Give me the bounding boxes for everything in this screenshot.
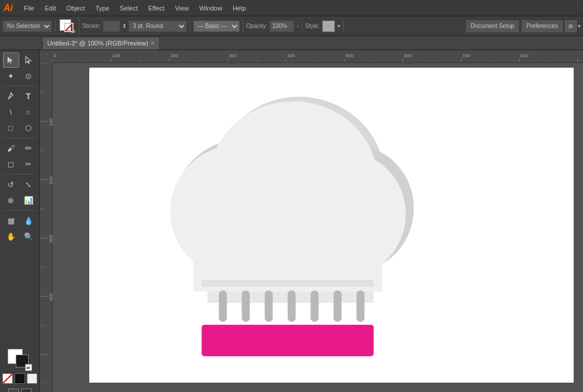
- hat-pink-band: [202, 325, 374, 356]
- canvas-area[interactable]: ruler ticks 0 100 200 300 400: [40, 50, 583, 392]
- select-tool[interactable]: [3, 52, 19, 68]
- svg-rect-55: [242, 290, 250, 322]
- svg-text:800: 800: [521, 53, 529, 58]
- svg-text:200: 200: [170, 53, 179, 58]
- hat-main-group: [170, 102, 406, 303]
- scissors-tool[interactable]: ✂: [20, 156, 37, 172]
- divider-4: [4, 210, 36, 211]
- ellipse-tool[interactable]: ○: [20, 104, 37, 120]
- svg-rect-58: [310, 290, 319, 322]
- swap-colors-icon[interactable]: ⇄: [25, 364, 32, 371]
- svg-rect-54: [219, 290, 227, 322]
- swap-icon[interactable]: ⇄: [71, 29, 76, 34]
- svg-text:400: 400: [287, 53, 295, 58]
- svg-rect-56: [265, 290, 273, 322]
- divider-2: [4, 138, 36, 138]
- black-swatch[interactable]: [15, 373, 25, 384]
- menu-file[interactable]: File: [20, 4, 39, 13]
- menu-bar: Ai File Edit Object Type Select Effect V…: [0, 0, 583, 16]
- vertical-ruler: 100 200 300 400: [40, 63, 53, 392]
- pencil-tool[interactable]: ✏: [20, 141, 37, 156]
- options-toolbar: No Selection ⇄ Stroke: ⬍ 3 pt. Round — B…: [0, 16, 583, 36]
- stroke-type-select[interactable]: 3 pt. Round: [128, 20, 187, 32]
- document-setup-button[interactable]: Document Setup: [466, 20, 520, 33]
- line-tool[interactable]: \: [3, 104, 19, 120]
- svg-text:300: 300: [229, 53, 237, 58]
- white-swatch[interactable]: [27, 373, 37, 384]
- quick-swatches: [2, 373, 37, 384]
- brush-select[interactable]: — Basic —: [193, 20, 240, 32]
- main-area: ✦ ⊙ T \ ○ □ ⬡ 🖌 ✏ ◻ ✂ ↺ ⤡: [0, 50, 583, 392]
- ruler-corner: [40, 50, 53, 63]
- eyedropper-tool[interactable]: 💧: [20, 213, 37, 228]
- menu-select[interactable]: Select: [116, 4, 142, 13]
- pen-tool[interactable]: [3, 89, 19, 104]
- rect-tool[interactable]: □: [3, 120, 19, 135]
- doc-tab-title: Untitled-3* @ 100% (RGB/Preview): [47, 40, 148, 47]
- menu-help[interactable]: Help: [229, 4, 250, 13]
- menu-object[interactable]: Object: [62, 4, 89, 13]
- preferences-button[interactable]: Preferences: [521, 20, 563, 33]
- stroke-width-input[interactable]: [103, 20, 120, 32]
- stroke-up-down[interactable]: ⬍: [122, 23, 127, 29]
- divider-1: [4, 86, 36, 86]
- menu-window[interactable]: Window: [196, 4, 226, 13]
- rotate-tool[interactable]: ↺: [3, 177, 19, 192]
- opacity-label: Opacity:: [246, 23, 268, 29]
- style-swatch[interactable]: [322, 20, 335, 32]
- tab-bar: Untitled-3* @ 100% (RGB/Preview) ×: [0, 36, 583, 50]
- svg-text:600: 600: [404, 53, 412, 58]
- magic-wand-tool[interactable]: ✦: [3, 68, 19, 83]
- stroke-label: Stroke:: [82, 23, 101, 29]
- chef-hat-illustration: [133, 85, 437, 392]
- lasso-tool[interactable]: ⊙: [20, 68, 37, 83]
- menu-type[interactable]: Type: [92, 4, 114, 13]
- style-label: Style:: [305, 23, 320, 29]
- opacity-arrow[interactable]: ›: [296, 23, 298, 29]
- svg-rect-57: [288, 290, 296, 322]
- svg-text:500: 500: [345, 53, 354, 58]
- column-graph-tool[interactable]: 📊: [20, 192, 37, 208]
- arrange-arrow[interactable]: ▾: [578, 23, 581, 29]
- screen-mode-icon[interactable]: [21, 388, 32, 392]
- polygon-tool[interactable]: ⬡: [20, 120, 37, 135]
- zoom-tool[interactable]: 🔍: [20, 229, 37, 244]
- selection-dropdown[interactable]: No Selection: [2, 20, 52, 32]
- menu-edit[interactable]: Edit: [41, 4, 60, 13]
- hand-tool[interactable]: ✋: [3, 229, 19, 244]
- paintbrush-tool[interactable]: 🖌: [3, 141, 19, 156]
- menu-view[interactable]: View: [171, 4, 193, 13]
- svg-rect-59: [334, 290, 342, 322]
- opacity-input[interactable]: [270, 20, 294, 32]
- blend-tool[interactable]: ⊗: [3, 192, 19, 208]
- gradient-tool[interactable]: ▦: [3, 213, 19, 228]
- tab-close-button[interactable]: ×: [151, 39, 155, 47]
- eraser-tool[interactable]: ◻: [3, 156, 19, 172]
- type-tool[interactable]: T: [20, 89, 37, 104]
- side-toolbar: ✦ ⊙ T \ ○ □ ⬡ 🖌 ✏ ◻ ✂ ↺ ⤡: [0, 50, 40, 392]
- svg-text:100: 100: [48, 118, 53, 126]
- normal-mode-icon[interactable]: [8, 388, 19, 392]
- mode-icons: [8, 388, 32, 392]
- svg-text:700: 700: [462, 53, 470, 58]
- fill-stroke-swatches: ⇄: [8, 349, 32, 371]
- document-tab[interactable]: Untitled-3* @ 100% (RGB/Preview) ×: [42, 37, 160, 50]
- none-swatch[interactable]: [2, 373, 13, 384]
- fill-stroke-widget[interactable]: ⇄: [58, 18, 76, 34]
- arrange-icon[interactable]: ⊞: [565, 20, 577, 32]
- divider-3: [4, 174, 36, 174]
- menu-effect[interactable]: Effect: [144, 4, 169, 13]
- svg-text:300: 300: [48, 235, 53, 243]
- svg-rect-60: [357, 290, 365, 322]
- color-area: ⇄: [2, 349, 37, 392]
- svg-text:200: 200: [48, 176, 53, 184]
- svg-text:400: 400: [48, 293, 53, 301]
- svg-text:0: 0: [54, 53, 57, 58]
- direct-select-tool[interactable]: [20, 52, 37, 68]
- horizontal-ruler: ruler ticks 0 100 200 300 400: [53, 50, 583, 63]
- svg-point-0: [10, 93, 12, 94]
- svg-text:100: 100: [112, 53, 120, 58]
- app-logo: Ai: [4, 3, 13, 13]
- style-arrow[interactable]: ▾: [337, 23, 340, 29]
- scale-tool[interactable]: ⤡: [20, 177, 37, 192]
